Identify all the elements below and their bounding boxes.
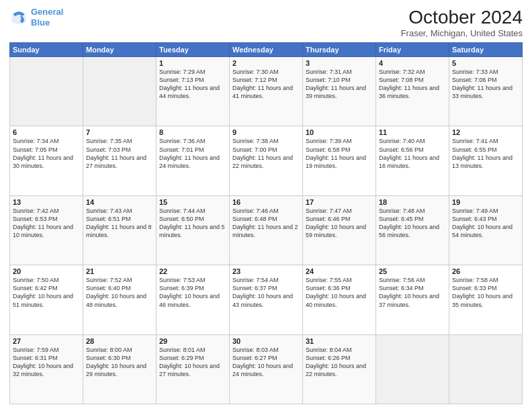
day-cell: 28Sunrise: 8:00 AMSunset: 6:30 PMDayligh…: [83, 334, 157, 404]
day-number: 2: [232, 59, 300, 67]
day-info: Sunrise: 8:03 AMSunset: 6:27 PMDaylight:…: [232, 346, 300, 379]
day-cell: 12Sunrise: 7:41 AMSunset: 6:55 PMDayligh…: [449, 126, 523, 195]
day-number: 23: [232, 267, 300, 275]
day-info: Sunrise: 7:36 AMSunset: 7:01 PMDaylight:…: [159, 137, 226, 170]
day-cell: 1Sunrise: 7:29 AMSunset: 7:13 PMDaylight…: [157, 57, 230, 126]
day-cell: 30Sunrise: 8:03 AMSunset: 6:27 PMDayligh…: [230, 334, 303, 404]
day-number: 15: [159, 198, 226, 206]
day-cell: [376, 334, 449, 404]
day-info: Sunrise: 7:56 AMSunset: 6:34 PMDaylight:…: [379, 276, 446, 309]
day-number: 19: [452, 198, 519, 206]
day-cell: 19Sunrise: 7:49 AMSunset: 6:43 PMDayligh…: [449, 195, 523, 265]
main-title: October 2024: [401, 7, 523, 28]
day-info: Sunrise: 7:30 AMSunset: 7:12 PMDaylight:…: [232, 68, 300, 101]
logo-blue: Blue: [31, 17, 50, 28]
day-info: Sunrise: 7:41 AMSunset: 6:55 PMDaylight:…: [452, 137, 519, 170]
day-number: 7: [86, 128, 153, 136]
week-row-2: 6Sunrise: 7:34 AMSunset: 7:05 PMDaylight…: [10, 126, 523, 195]
logo-text: General Blue: [31, 7, 63, 28]
day-cell: 16Sunrise: 7:46 AMSunset: 6:48 PMDayligh…: [230, 195, 303, 265]
day-info: Sunrise: 7:46 AMSunset: 6:48 PMDaylight:…: [232, 207, 300, 240]
day-number: 20: [13, 267, 80, 275]
day-number: 30: [232, 337, 300, 345]
calendar-table: SundayMondayTuesdayWednesdayThursdayFrid…: [9, 42, 523, 404]
day-number: 8: [159, 128, 226, 136]
day-number: 3: [306, 59, 373, 67]
day-cell: 8Sunrise: 7:36 AMSunset: 7:01 PMDaylight…: [157, 126, 230, 195]
day-number: 9: [232, 128, 300, 136]
day-header-saturday: Saturday: [449, 43, 523, 57]
day-number: 11: [379, 128, 446, 136]
day-cell: 21Sunrise: 7:52 AMSunset: 6:40 PMDayligh…: [83, 265, 157, 334]
day-number: 6: [13, 128, 80, 136]
day-info: Sunrise: 7:58 AMSunset: 6:33 PMDaylight:…: [452, 276, 519, 309]
day-cell: 7Sunrise: 7:35 AMSunset: 7:03 PMDaylight…: [83, 126, 157, 195]
day-cell: [83, 57, 157, 126]
day-header-wednesday: Wednesday: [230, 43, 303, 57]
day-info: Sunrise: 7:29 AMSunset: 7:13 PMDaylight:…: [159, 68, 226, 101]
header: General Blue October 2024 Fraser, Michig…: [9, 7, 523, 38]
day-cell: 11Sunrise: 7:40 AMSunset: 6:56 PMDayligh…: [376, 126, 449, 195]
day-info: Sunrise: 7:42 AMSunset: 6:53 PMDaylight:…: [13, 207, 80, 240]
day-header-friday: Friday: [376, 43, 449, 57]
day-info: Sunrise: 7:44 AMSunset: 6:50 PMDaylight:…: [159, 207, 226, 240]
day-info: Sunrise: 7:54 AMSunset: 6:37 PMDaylight:…: [232, 276, 300, 309]
day-cell: 4Sunrise: 7:32 AMSunset: 7:08 PMDaylight…: [376, 57, 449, 126]
logo-general: General: [31, 7, 63, 17]
day-cell: 13Sunrise: 7:42 AMSunset: 6:53 PMDayligh…: [10, 195, 83, 265]
day-cell: 29Sunrise: 8:01 AMSunset: 6:29 PMDayligh…: [157, 334, 230, 404]
day-info: Sunrise: 7:59 AMSunset: 6:31 PMDaylight:…: [13, 346, 80, 379]
header-row: SundayMondayTuesdayWednesdayThursdayFrid…: [10, 43, 523, 57]
subtitle: Fraser, Michigan, United States: [401, 28, 523, 38]
day-number: 27: [13, 337, 80, 345]
day-info: Sunrise: 7:55 AMSunset: 6:36 PMDaylight:…: [306, 276, 373, 309]
day-info: Sunrise: 8:04 AMSunset: 6:26 PMDaylight:…: [306, 346, 373, 379]
day-header-thursday: Thursday: [303, 43, 376, 57]
day-header-monday: Monday: [83, 43, 157, 57]
day-number: 21: [86, 267, 153, 275]
day-number: 4: [379, 59, 446, 67]
day-header-tuesday: Tuesday: [157, 43, 230, 57]
week-row-4: 20Sunrise: 7:50 AMSunset: 6:42 PMDayligh…: [10, 265, 523, 334]
week-row-3: 13Sunrise: 7:42 AMSunset: 6:53 PMDayligh…: [10, 195, 523, 265]
day-info: Sunrise: 7:38 AMSunset: 7:00 PMDaylight:…: [232, 137, 300, 170]
day-cell: 6Sunrise: 7:34 AMSunset: 7:05 PMDaylight…: [10, 126, 83, 195]
day-cell: 15Sunrise: 7:44 AMSunset: 6:50 PMDayligh…: [157, 195, 230, 265]
day-info: Sunrise: 7:53 AMSunset: 6:39 PMDaylight:…: [159, 276, 226, 309]
day-cell: 14Sunrise: 7:43 AMSunset: 6:51 PMDayligh…: [83, 195, 157, 265]
day-number: 5: [452, 59, 519, 67]
day-info: Sunrise: 7:40 AMSunset: 6:56 PMDaylight:…: [379, 137, 446, 170]
day-number: 25: [379, 267, 446, 275]
day-header-sunday: Sunday: [10, 43, 83, 57]
logo-icon: [9, 8, 28, 27]
day-info: Sunrise: 7:49 AMSunset: 6:43 PMDaylight:…: [452, 207, 519, 240]
day-number: 18: [379, 198, 446, 206]
day-info: Sunrise: 7:48 AMSunset: 6:45 PMDaylight:…: [379, 207, 446, 240]
day-number: 16: [232, 198, 300, 206]
day-info: Sunrise: 8:00 AMSunset: 6:30 PMDaylight:…: [86, 346, 153, 379]
day-info: Sunrise: 7:47 AMSunset: 6:46 PMDaylight:…: [306, 207, 373, 240]
day-number: 14: [86, 198, 153, 206]
week-row-1: 1Sunrise: 7:29 AMSunset: 7:13 PMDaylight…: [10, 57, 523, 126]
day-number: 26: [452, 267, 519, 275]
day-cell: 24Sunrise: 7:55 AMSunset: 6:36 PMDayligh…: [303, 265, 376, 334]
day-cell: 26Sunrise: 7:58 AMSunset: 6:33 PMDayligh…: [449, 265, 523, 334]
day-number: 29: [159, 337, 226, 345]
day-cell: 25Sunrise: 7:56 AMSunset: 6:34 PMDayligh…: [376, 265, 449, 334]
day-number: 24: [306, 267, 373, 275]
day-number: 1: [159, 59, 226, 67]
day-number: 12: [452, 128, 519, 136]
day-number: 31: [306, 337, 373, 345]
day-info: Sunrise: 8:01 AMSunset: 6:29 PMDaylight:…: [159, 346, 226, 379]
day-cell: 2Sunrise: 7:30 AMSunset: 7:12 PMDaylight…: [230, 57, 303, 126]
logo: General Blue: [9, 7, 63, 28]
calendar-page: General Blue October 2024 Fraser, Michig…: [0, 0, 532, 411]
day-info: Sunrise: 7:50 AMSunset: 6:42 PMDaylight:…: [13, 276, 80, 309]
day-cell: 31Sunrise: 8:04 AMSunset: 6:26 PMDayligh…: [303, 334, 376, 404]
day-cell: 27Sunrise: 7:59 AMSunset: 6:31 PMDayligh…: [10, 334, 83, 404]
day-info: Sunrise: 7:32 AMSunset: 7:08 PMDaylight:…: [379, 68, 446, 101]
day-info: Sunrise: 7:34 AMSunset: 7:05 PMDaylight:…: [13, 137, 80, 170]
day-number: 10: [306, 128, 373, 136]
day-cell: 23Sunrise: 7:54 AMSunset: 6:37 PMDayligh…: [230, 265, 303, 334]
day-cell: [10, 57, 83, 126]
